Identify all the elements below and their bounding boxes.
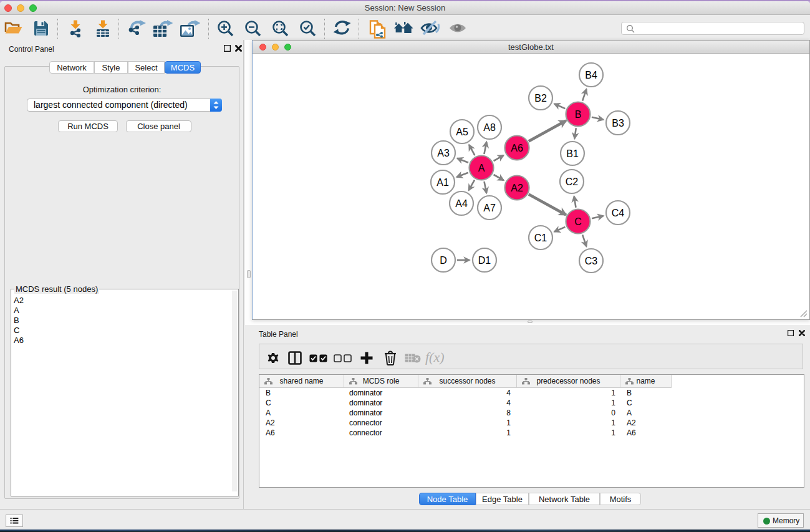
svg-text:C4: C4 bbox=[612, 208, 625, 218]
svg-text:A7: A7 bbox=[483, 203, 496, 213]
svg-text:B: B bbox=[575, 109, 582, 120]
svg-text:D1: D1 bbox=[478, 255, 491, 266]
svg-text:A3: A3 bbox=[437, 148, 450, 158]
svg-text:A: A bbox=[478, 163, 485, 173]
svg-text:A5: A5 bbox=[456, 127, 468, 137]
svg-text:B1: B1 bbox=[566, 148, 579, 159]
svg-text:A6: A6 bbox=[511, 143, 523, 153]
svg-text:A4: A4 bbox=[455, 198, 468, 209]
svg-text:B2: B2 bbox=[534, 93, 547, 104]
svg-text:B3: B3 bbox=[612, 118, 624, 128]
svg-text:A8: A8 bbox=[483, 122, 496, 133]
svg-text:A1: A1 bbox=[436, 177, 449, 188]
svg-text:C: C bbox=[574, 216, 582, 227]
svg-text:D: D bbox=[440, 255, 447, 266]
svg-text:B4: B4 bbox=[585, 70, 597, 80]
svg-text:A2: A2 bbox=[511, 183, 523, 193]
svg-text:C2: C2 bbox=[566, 177, 579, 187]
svg-text:C1: C1 bbox=[534, 233, 547, 243]
svg-text:C3: C3 bbox=[585, 256, 598, 266]
